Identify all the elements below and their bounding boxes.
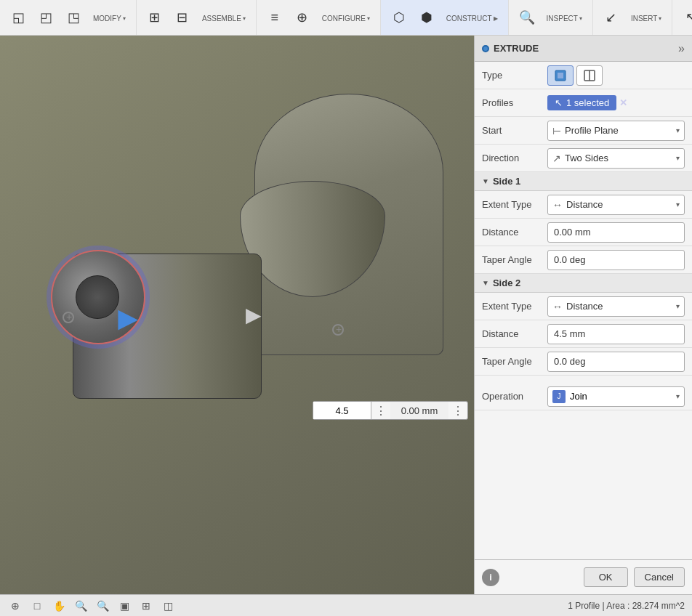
status-tool-1[interactable]: ⊕: [7, 598, 23, 614]
construct-dropdown[interactable]: CONSTRUCT ▶: [442, 12, 502, 24]
start-dropdown[interactable]: ⊢ Profile Plane ▾: [547, 121, 685, 141]
cancel-button[interactable]: Cancel: [634, 567, 685, 587]
modify-icon-1[interactable]: ◱: [6, 5, 31, 30]
3d-disk-inner: [76, 275, 119, 319]
extent-type-1-arrow: ▾: [676, 200, 680, 208]
type-label: Type: [482, 70, 547, 81]
inspect-dropdown[interactable]: INSPECT ▾: [542, 12, 587, 24]
inspect-icon-1[interactable]: 🔍: [515, 5, 539, 30]
status-tools: ⊕ □ ✋ 🔍 🔍 ▣ ⊞ ◫: [7, 598, 176, 614]
distance-1-input[interactable]: [547, 222, 685, 243]
operation-value: Join: [570, 391, 587, 402]
extent-type-1-text: ↔ Distance: [552, 199, 603, 211]
extent-type-1-label: Extent Type: [482, 199, 547, 210]
dimension-dots-2: ⋮: [448, 404, 467, 418]
operation-select-arrow: ▾: [676, 392, 680, 400]
direction-label: Direction: [482, 153, 547, 163]
modify-label: MODIFY: [93, 15, 121, 23]
toolbar-group-construct: ⬡ ⬢ CONSTRUCT ▶: [381, 0, 509, 35]
toolbar-group-select: ↖ SELECT ▾: [672, 0, 692, 35]
status-tool-7[interactable]: ⊞: [138, 598, 154, 614]
type-content: [547, 65, 685, 86]
distance-1-row: Distance: [475, 219, 692, 246]
operation-content: J Join ▾: [547, 386, 685, 407]
taper-1-content: [547, 250, 685, 270]
extent-type-1-dropdown[interactable]: ↔ Distance ▾: [547, 195, 685, 215]
inspect-label: INSPECT: [547, 15, 578, 23]
direction-select-text: ↗ Two Sides: [552, 153, 608, 164]
taper-2-content: [547, 352, 685, 372]
profiles-clear-button[interactable]: ✕: [619, 97, 627, 108]
extent-type-2-label: Extent Type: [482, 301, 547, 312]
direction-select-arrow: ▾: [676, 154, 680, 162]
configure-icon-2[interactable]: ⊕: [290, 5, 315, 30]
status-tool-5[interactable]: 🔍: [94, 598, 110, 614]
info-button[interactable]: i: [482, 569, 499, 586]
configure-icon-1[interactable]: ≡: [262, 5, 287, 30]
taper-2-input[interactable]: [547, 352, 685, 372]
dimension-input[interactable]: [313, 402, 371, 419]
profiles-selected-badge[interactable]: ↖ 1 selected: [547, 95, 616, 110]
panel-expand-button[interactable]: »: [678, 42, 685, 55]
dimension-overlay[interactable]: ⋮ 0.00 mm ⋮: [313, 401, 468, 420]
thin-icon: [582, 68, 597, 83]
extrude-panel: EXTRUDE » Type: [474, 36, 692, 594]
side2-header[interactable]: ▼ Side 2: [475, 274, 692, 293]
distance-2-input[interactable]: [547, 324, 685, 344]
operation-dropdown[interactable]: J Join ▾: [547, 386, 685, 407]
status-tool-6[interactable]: ▣: [116, 598, 132, 614]
extent-type-1-value: Distance: [566, 199, 603, 210]
construct-label: CONSTRUCT: [446, 15, 492, 23]
direction-dropdown[interactable]: ↗ Two Sides ▾: [547, 148, 685, 169]
extent-type-2-dropdown[interactable]: ↔ Distance ▾: [547, 296, 685, 317]
cursor-circle-left: [63, 312, 74, 323]
status-tool-4[interactable]: 🔍: [73, 598, 89, 614]
spacer: [475, 376, 692, 383]
extent-type-1-row: Extent Type ↔ Distance ▾: [475, 191, 692, 219]
configure-label: CONFIGURE: [322, 15, 366, 23]
assemble-icon-1[interactable]: ⊞: [142, 5, 167, 30]
construct-icon-2[interactable]: ⬢: [414, 5, 439, 30]
toolbar-group-insert: ↙ INSERT ▾: [593, 0, 673, 35]
configure-dropdown[interactable]: CONFIGURE ▾: [318, 12, 374, 24]
profiles-row: Profiles ↖ 1 selected ✕: [475, 89, 692, 117]
operation-select-text: J Join: [552, 390, 676, 403]
status-tool-2[interactable]: □: [29, 598, 45, 614]
taper-1-row: Taper Angle: [475, 246, 692, 274]
type-button-solid[interactable]: [547, 65, 574, 86]
solid-icon: [553, 68, 568, 83]
select-icon-1[interactable]: ↖: [678, 5, 692, 30]
insert-chevron: ▾: [659, 15, 661, 22]
profiles-label: Profiles: [482, 97, 547, 108]
svg-rect-1: [558, 73, 563, 78]
cursor-icon: ↖: [555, 97, 563, 108]
extent-type-1-content: ↔ Distance ▾: [547, 195, 685, 215]
insert-dropdown[interactable]: INSERT ▾: [627, 12, 667, 24]
modify-icon-2[interactable]: ◰: [33, 5, 58, 30]
distance-2-row: Distance: [475, 320, 692, 348]
modify-dropdown[interactable]: MODIFY ▾: [89, 12, 130, 24]
status-tool-3[interactable]: ✋: [51, 598, 67, 614]
modify-icon-3[interactable]: ◳: [61, 5, 86, 30]
distance-icon-1: ↔: [552, 199, 563, 211]
taper-2-row: Taper Angle: [475, 348, 692, 376]
type-button-thin[interactable]: [576, 65, 603, 86]
insert-icon-1[interactable]: ↙: [599, 5, 624, 30]
assemble-dropdown[interactable]: ASSEMBLE ▾: [198, 12, 250, 24]
status-tool-8[interactable]: ◫: [160, 598, 176, 614]
taper-2-label: Taper Angle: [482, 356, 547, 367]
assemble-label: ASSEMBLE: [202, 15, 241, 23]
assemble-icon-2[interactable]: ⊟: [170, 5, 195, 30]
taper-1-label: Taper Angle: [482, 254, 547, 265]
side1-arrow: ▼: [482, 177, 489, 185]
ok-button[interactable]: OK: [584, 567, 628, 587]
side1-header[interactable]: ▼ Side 1: [475, 172, 692, 191]
taper-1-input[interactable]: [547, 250, 685, 270]
dimension-dots: ⋮: [371, 404, 390, 418]
panel-title-text: EXTRUDE: [494, 43, 539, 54]
construct-icon-1[interactable]: ⬡: [387, 5, 411, 30]
distance-1-content: [547, 222, 685, 243]
status-profile-info: 1 Profile | Area : 28.274 mm^2: [568, 601, 685, 611]
construct-chevron: ▶: [494, 15, 498, 22]
start-select-text: ⊢ Profile Plane: [552, 125, 619, 137]
